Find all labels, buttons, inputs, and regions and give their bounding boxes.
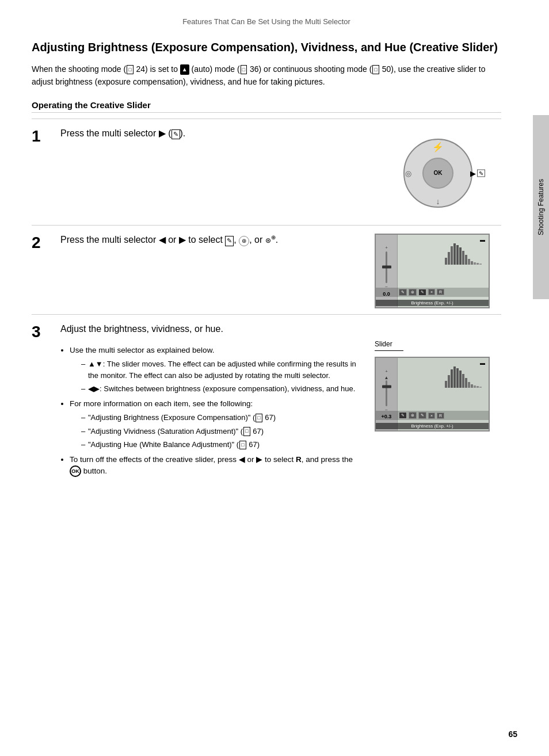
bullet-more-info: For more information on each item, see t… xyxy=(70,398,363,450)
svg-rect-25 xyxy=(479,387,482,388)
step-2-image: ▬ + − 0.0 xyxy=(375,234,501,308)
ok-label: OK xyxy=(434,170,443,176)
svg-rect-14 xyxy=(448,375,450,388)
sub-bullet-vividness: "Adjusting Vividness (Saturation Adjustm… xyxy=(81,426,363,437)
arrow-right-icon: ▶ xyxy=(470,169,476,177)
slider-caption: Slider xyxy=(375,340,501,348)
step-3-section: 3 Adjust the brightness, vividness, or h… xyxy=(32,314,501,481)
step-3-bullets: Use the multi selector as explained belo… xyxy=(70,345,363,477)
cam-label-2: Brightness (Exp. +/-) xyxy=(376,423,489,429)
subsection-title: Operating the Creative Slider xyxy=(32,100,501,113)
cam-icon-r-2: R xyxy=(437,413,444,419)
svg-rect-21 xyxy=(468,382,470,388)
step-2-row: 2 Press the multi selector ◀ or ▶ to sel… xyxy=(32,234,501,308)
cam-screen-1: ▬ + − 0.0 xyxy=(375,234,490,308)
svg-rect-12 xyxy=(479,264,482,265)
slider-label-line xyxy=(375,350,501,357)
svg-rect-24 xyxy=(476,386,479,388)
cam-screen-2: ▬ + ▲ − xyxy=(375,357,490,432)
step-3-text: Adjust the brightness, vividness, or hue… xyxy=(60,323,501,335)
step-2-number: 2 xyxy=(32,235,49,251)
step-3-details: Use the multi selector as explained belo… xyxy=(60,340,363,480)
vividness-icon: ⊛ xyxy=(239,236,249,246)
page-container: Shooting Features Features That Can Be S… xyxy=(0,0,549,756)
cam-icon-hue-2: ✎ xyxy=(418,412,426,419)
step-1-image: ⚡ ↓ ◎ ▶ ✎ OK xyxy=(375,127,501,219)
step-2-text: Press the multi selector ◀ or ▶ to selec… xyxy=(60,234,363,247)
side-tab: Shooting Features xyxy=(533,115,549,299)
svg-rect-18 xyxy=(459,371,462,388)
step-1-section: 1 Press the multi selector ▶ (✎). ⚡ ↓ xyxy=(32,119,501,219)
step-3-number: 3 xyxy=(32,324,49,340)
ok-circle-icon: OK xyxy=(70,465,81,477)
svg-rect-19 xyxy=(462,374,464,388)
svg-rect-10 xyxy=(474,262,476,265)
svg-rect-9 xyxy=(471,261,473,265)
section-title: Adjusting Brightness (Exposure Compensat… xyxy=(32,40,501,55)
intro-text: When the shooting mode (□ 24) is set to … xyxy=(32,63,501,89)
slider-track-1 xyxy=(386,251,387,283)
cam-icon-x-2: × xyxy=(428,413,435,419)
step-3-sub-bullets-1: ▲▼: The slider moves. The effect can be … xyxy=(81,358,363,395)
svg-rect-11 xyxy=(476,263,479,265)
cam-icon-brightness-1: ✎ xyxy=(399,289,407,296)
svg-rect-23 xyxy=(474,385,476,388)
step-3-row: 3 Adjust the brightness, vividness, or h… xyxy=(32,323,501,481)
slider-label-line-bar xyxy=(375,350,403,351)
step-3-image: Slider ▬ + xyxy=(375,340,501,432)
step-3-sub-bullets-2: "Adjusting Brightness (Exposure Compensa… xyxy=(81,412,363,450)
arrow-bottom-icon: ↓ xyxy=(436,197,440,206)
step-1-text: Press the multi selector ▶ (✎). xyxy=(60,127,363,140)
cam-icon-sat-1: ⊛ xyxy=(409,289,417,296)
slider-track-2 xyxy=(386,380,387,406)
sub-bullet-brightness: "Adjusting Brightness (Exposure Compensa… xyxy=(81,412,363,423)
sub-bullet-updown: ▲▼: The slider moves. The effect can be … xyxy=(81,358,363,381)
hue-icon: ⊛ xyxy=(265,236,271,246)
svg-rect-22 xyxy=(471,384,473,388)
cam-icon-x-1: × xyxy=(428,289,435,295)
cam-label-1: Brightness (Exp. +/-) xyxy=(376,300,489,306)
svg-rect-6 xyxy=(462,251,464,265)
ok-wheel-diagram: ⚡ ↓ ◎ ▶ ✎ OK xyxy=(375,127,501,219)
step-2-section: 2 Press the multi selector ◀ or ▶ to sel… xyxy=(32,225,501,308)
bullet-reset: To turn off the effects of the creative … xyxy=(70,454,363,478)
cam-icons-row-1: ✎ ⊛ ✎ × R xyxy=(376,288,489,297)
svg-rect-7 xyxy=(465,255,467,265)
histogram-2 xyxy=(445,364,485,388)
step-3-content: Adjust the brightness, vividness, or hue… xyxy=(60,323,501,481)
step-2-content: Press the multi selector ◀ or ▶ to selec… xyxy=(60,234,363,251)
cam-icon-sat-2: ⊛ xyxy=(409,412,417,419)
sub-bullet-hue: "Adjusting Hue (White Balance Adjustment… xyxy=(81,439,363,450)
brightness-icon: ✎ xyxy=(225,236,234,246)
svg-rect-0 xyxy=(445,258,447,265)
svg-rect-1 xyxy=(448,252,450,265)
arrow-top-icon: ⚡ xyxy=(432,142,444,152)
side-tab-label: Shooting Features xyxy=(537,179,545,235)
step-3-layout: Use the multi selector as explained belo… xyxy=(60,340,501,480)
histogram-svg-2 xyxy=(445,364,485,388)
slider-thumb-1 xyxy=(382,266,391,269)
svg-rect-5 xyxy=(459,247,462,265)
ok-button[interactable]: OK xyxy=(422,158,453,189)
slider-plus-2: + xyxy=(385,369,388,374)
sub-bullet-leftright: ◀▶: Switches between brightness (exposur… xyxy=(81,383,363,395)
svg-rect-20 xyxy=(465,378,467,388)
svg-rect-13 xyxy=(445,381,447,388)
histogram-1 xyxy=(445,240,485,265)
svg-rect-15 xyxy=(451,369,453,388)
main-content: Features That Can Be Set Using the Multi… xyxy=(0,0,533,756)
cam-icon-r-1: R xyxy=(437,289,444,295)
auto-mode-icon: ▲ xyxy=(180,64,189,75)
slider-up-arrow: ▲ xyxy=(384,375,389,380)
step-1-content: Press the multi selector ▶ (✎). xyxy=(60,127,363,144)
arrow-right-area: ▶ ✎ xyxy=(470,169,485,177)
page-number: 65 xyxy=(508,730,517,739)
arrow-left-icon: ◎ xyxy=(405,169,411,177)
creative-icon: ✎ xyxy=(477,169,485,177)
svg-rect-3 xyxy=(453,243,456,265)
svg-rect-16 xyxy=(453,366,456,388)
slider-plus-1: + xyxy=(385,245,388,250)
page-header: Features That Can Be Set Using the Multi… xyxy=(32,17,501,26)
svg-rect-17 xyxy=(456,368,459,388)
step-1-number: 1 xyxy=(32,128,49,144)
